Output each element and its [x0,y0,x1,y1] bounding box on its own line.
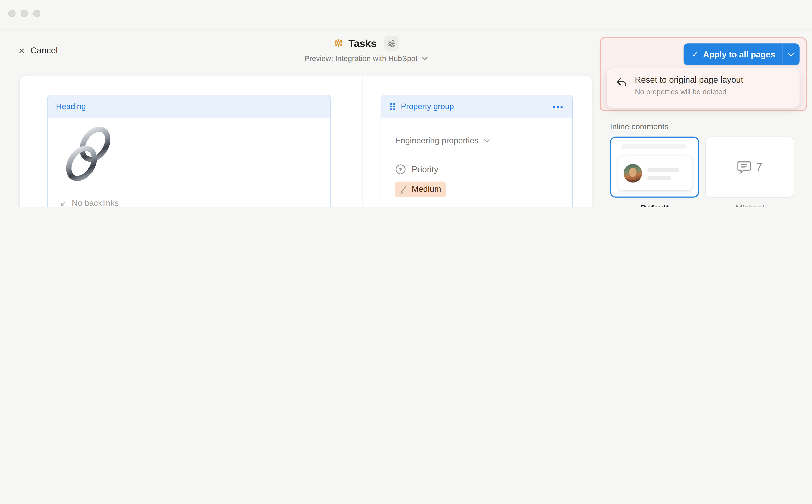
section-title: Engineering properties [395,136,479,145]
preview-label: Preview: Integration with HubSpot [305,54,417,63]
inline-comments-default-label[interactable]: Default [610,204,699,207]
app-window: × Cancel ☸ Tasks Preview: Integration wi… [0,0,812,207]
sliders-icon [387,39,396,48]
arrow-down-left-icon: ↙ [60,199,67,207]
preview-selector[interactable]: Preview: Integration with HubSpot [305,54,428,63]
window-close-button[interactable] [8,10,16,17]
chevron-down-icon [484,139,490,143]
apply-to-all-pages-button[interactable]: ✓ Apply to all pages [684,43,800,65]
backlinks-row[interactable]: ↙ No backlinks [60,199,119,207]
comment-bubble-icon [737,160,752,174]
heading-block-card[interactable]: Heading ↙ [47,95,331,207]
window-titlebar [0,0,812,30]
heading-block-header[interactable]: Heading [48,95,330,118]
priority-value: Medium [412,185,441,194]
property-group-label: Property group [401,102,454,111]
button-divider [782,43,782,65]
inline-comments-options: 7 [610,137,794,198]
property-group-header[interactable]: Property group ••• [381,95,572,118]
backlinks-label: No backlinks [72,199,119,207]
property-group-card[interactable]: Property group ••• Engineering propertie… [381,95,573,207]
window-zoom-button[interactable] [33,10,40,17]
reset-subtitle: No properties will be deleted [635,87,743,96]
database-title: Tasks [348,37,376,49]
apply-button-label: Apply to all pages [703,49,775,59]
select-circle-icon [395,164,406,175]
reset-menu-item[interactable]: Reset to original page layout No propert… [607,68,800,108]
needle-emoji [400,185,407,194]
undo-icon [615,77,628,89]
priority-value-pill: Medium [395,182,446,197]
preview-page: Heading ↙ [20,75,592,207]
comment-count: 7 [756,160,762,174]
inline-comments-minimal-card[interactable]: 7 [705,137,794,198]
inline-comments-default-card[interactable] [610,137,699,198]
apply-highlight-panel: ✓ Apply to all pages Reset to original p… [600,37,807,111]
reset-title: Reset to original page layout [635,75,743,85]
window-minimize-button[interactable] [21,10,28,17]
layout-settings-button[interactable] [384,36,399,51]
avatar-vangogh [624,164,642,183]
inline-comments-title: Inline comments [610,122,669,131]
priority-label: Priority [412,165,438,174]
helm-icon: ☸ [334,38,344,49]
column-divider [362,75,362,207]
drag-handle-icon[interactable] [389,103,396,111]
priority-property[interactable]: Priority [395,164,438,175]
chain-links-emoji[interactable] [59,126,118,182]
inline-comments-minimal-label[interactable]: Minimal [705,204,794,207]
check-icon: ✓ [692,50,699,59]
chevron-down-icon [422,56,428,60]
chevron-down-icon[interactable] [788,52,795,57]
more-dots-icon[interactable]: ••• [553,102,564,111]
heading-block-label: Heading [56,102,86,111]
section-engineering[interactable]: Engineering properties [395,136,490,145]
